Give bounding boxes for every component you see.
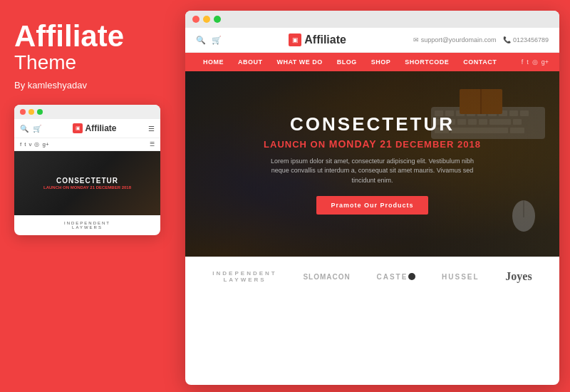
mp-social-tw[interactable]: t <box>527 58 529 66</box>
mp-nav-contact[interactable]: CONTACT <box>456 53 504 71</box>
mp-brand-casted-circle <box>408 273 415 280</box>
mp-nav-about[interactable]: ABOUT <box>231 53 270 71</box>
mp-brand-hussel: HUSSEL <box>442 273 480 281</box>
mp-mouse-illustration <box>509 196 538 235</box>
svg-rect-16 <box>513 119 522 125</box>
mp-social-fb[interactable]: f <box>522 58 524 66</box>
sp-cart-icon[interactable]: 🛒 <box>33 125 41 133</box>
mp-brand-casted-text: CASTE <box>376 273 408 281</box>
mp-search-icon[interactable]: 🔍 <box>196 36 206 45</box>
sp-titlebar <box>14 105 160 119</box>
svg-rect-19 <box>510 128 524 133</box>
mp-brand-slomacon: SLOMACON <box>303 273 350 281</box>
mp-cart-icon[interactable]: 🛒 <box>212 36 222 45</box>
sp-vimeo-icon[interactable]: v <box>28 141 31 148</box>
sp-search-icon[interactable]: 🔍 <box>20 125 28 133</box>
sp-twitter-icon[interactable]: t <box>24 141 26 148</box>
sp-dot-green <box>37 109 43 115</box>
mp-nav-shortcode[interactable]: SHORTCODE <box>398 53 456 71</box>
mp-hero-sub-pre: LAUNCH ON <box>264 139 329 150</box>
mp-hero: CONSECTETUR LAUNCH ON MONDAY 21 DECEMBER… <box>185 71 559 257</box>
mp-brand-independent: INDEPENDENTLAYWERS <box>212 270 276 283</box>
mp-logo-text: Affiliate <box>304 33 346 46</box>
mp-dot-yellow <box>203 16 210 23</box>
sp-hero-title: CONSECTETUR <box>56 177 118 185</box>
sp-social-icons: f t v ◎ g+ <box>20 141 49 148</box>
sp-menu-icon[interactable]: ☰ <box>148 125 155 133</box>
mp-titlebar <box>185 11 559 28</box>
sp-instagram-icon[interactable]: ◎ <box>34 141 39 148</box>
mp-hero-subtitle: LAUNCH ON MONDAY 21 DECEMBER 2018 <box>262 138 483 150</box>
mp-hero-content: CONSECTETUR LAUNCH ON MONDAY 21 DECEMBER… <box>248 99 497 229</box>
mp-header-right: ✉ support@yourdomain.com 📞 0123456789 <box>413 36 549 43</box>
author-credit: By kamleshyadav <box>14 80 164 91</box>
mp-nav-blog[interactable]: BLOG <box>330 53 364 71</box>
mp-dot-red <box>192 16 200 23</box>
mp-hero-sub-highlight: MONDAY 21 <box>329 138 393 150</box>
left-panel: Affiliate Theme By kamleshyadav 🔍 🛒 ▣ Af… <box>14 21 164 235</box>
sp-hero-subtitle: LAUNCH ON MONDAY 21 DECEMBER 2018 <box>43 185 131 190</box>
mp-social-gp[interactable]: g+ <box>542 58 549 66</box>
mp-nav-shop[interactable]: SHOP <box>364 53 398 71</box>
sp-dot-yellow <box>28 109 34 115</box>
sp-brand-area: INDEPENDENT LAYWERS <box>14 215 160 235</box>
mp-phone: 📞 0123456789 <box>503 36 549 43</box>
mp-social-in[interactable]: ◎ <box>532 58 538 66</box>
sp-hero-sub-text: LAUNCH ON <box>43 185 71 190</box>
sp-nav: 🔍 🛒 ▣ Affiliate ☰ <box>14 119 160 138</box>
mp-header-left: 🔍 🛒 <box>196 36 222 45</box>
sp-nav-left: 🔍 🛒 <box>20 125 41 133</box>
mp-nav-social: f t ◎ g+ <box>522 58 549 66</box>
main-preview: 🔍 🛒 ▣ Affiliate ✉ support@yourdomain.com… <box>185 11 559 385</box>
svg-rect-8 <box>509 110 518 116</box>
mp-nav-items: HOME ABOUT WHAT WE DO BLOG SHOP SHORTCOD… <box>196 53 504 71</box>
mp-nav: HOME ABOUT WHAT WE DO BLOG SHOP SHORTCOD… <box>185 53 559 71</box>
sp-hero-highlight: MONDAY 21 <box>71 185 95 190</box>
mp-logo: ▣ Affiliate <box>289 33 346 46</box>
sp-logo-icon: ▣ <box>73 123 83 133</box>
mp-support-email: ✉ support@yourdomain.com <box>413 36 496 43</box>
main-title: Affiliate <box>14 21 164 51</box>
sp-gplus-icon[interactable]: g+ <box>42 141 48 148</box>
mp-brand-joyes: Joyes <box>505 270 532 283</box>
main-subtitle: Theme <box>14 51 164 74</box>
sp-hero-bg: CONSECTETUR LAUNCH ON MONDAY 21 DECEMBER… <box>14 151 160 215</box>
mp-nav-what-we-do[interactable]: WHAT WE DO <box>270 53 330 71</box>
sp-hamburger-icon[interactable]: ☰ <box>150 141 155 148</box>
sp-logo-text: Affiliate <box>85 123 116 133</box>
sp-brand-line2: LAYWERS <box>20 225 155 229</box>
mp-dot-green <box>214 16 221 23</box>
small-preview: 🔍 🛒 ▣ Affiliate ☰ f t v ◎ g+ ☰ CONSECTET… <box>14 105 160 235</box>
svg-rect-9 <box>520 110 529 116</box>
sp-hero-sub-end: DECEMBER 2018 <box>96 185 131 190</box>
mp-hero-description: Lorem ipsum dolor sit amet, consectetur … <box>262 157 483 186</box>
mp-nav-home[interactable]: HOME <box>196 53 231 71</box>
mp-hero-main-title: CONSECTETUR <box>262 113 483 135</box>
sp-social-bar: f t v ◎ g+ ☰ <box>14 138 160 151</box>
sp-hero: CONSECTETUR LAUNCH ON MONDAY 21 DECEMBER… <box>14 151 160 215</box>
mp-header: 🔍 🛒 ▣ Affiliate ✉ support@yourdomain.com… <box>185 28 559 53</box>
mp-brand-casted: CASTE <box>376 273 415 281</box>
mp-cta-button[interactable]: Pramote Our Products <box>316 196 428 215</box>
mp-hero-sub-end: DECEMBER 2018 <box>395 139 481 150</box>
sp-facebook-icon[interactable]: f <box>20 141 21 148</box>
mp-logo-icon: ▣ <box>289 33 301 46</box>
mp-brands-bar: INDEPENDENTLAYWERS SLOMACON CASTE HUSSEL… <box>185 257 559 296</box>
sp-dot-red <box>20 109 26 115</box>
sp-logo: ▣ Affiliate <box>73 123 116 133</box>
